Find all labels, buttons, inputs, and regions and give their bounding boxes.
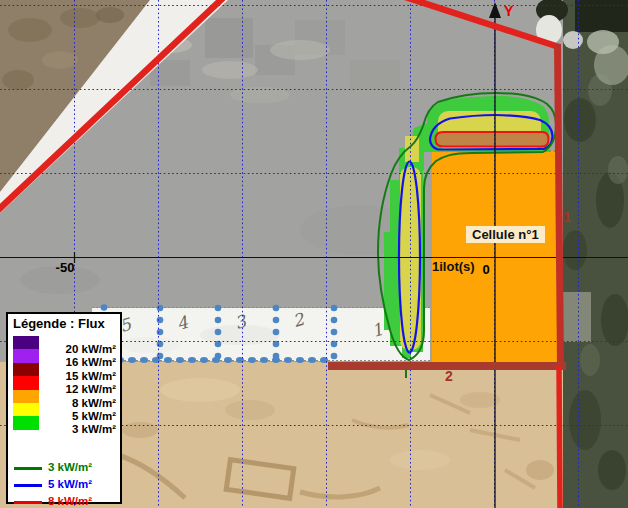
legend-scale-label: 16 kW/m² [42, 356, 116, 368]
boundary-southeast-vertical [559, 366, 560, 508]
legend-scale-label: 5 kW/m² [42, 410, 116, 422]
y-axis-arrowhead [489, 2, 501, 18]
legend-line-label-8kw: 8 kW/m² [48, 495, 92, 507]
face-number-right: 1 [563, 209, 571, 225]
flux-legend-panel: Légende : Flux 20 kW/m² 16 kW/m² 15 kW/m… [6, 312, 122, 504]
legend-scale-label: 12 kW/m² [42, 383, 116, 395]
legend-line-8kw [14, 501, 42, 504]
ilot-count-label: 1ilot(s) [432, 259, 475, 274]
legend-swatch-3 [13, 416, 39, 429]
face-number-bottom: 2 [445, 368, 453, 384]
legend-title: Légende : Flux [13, 316, 105, 331]
legend-line-3kw [14, 467, 42, 470]
legend-swatch-12 [13, 376, 39, 389]
legend-swatch-16 [13, 349, 39, 362]
legend-scale-label: 20 kW/m² [42, 343, 116, 355]
x-tick-label-zero: 0 [478, 262, 494, 277]
flux-map-view: 5 4 3 2 1 [0, 0, 628, 508]
y-axis-label: Y [504, 3, 513, 19]
boundary-east-vertical [558, 44, 561, 366]
legend-line-5kw [14, 484, 42, 487]
legend-line-label-5kw: 5 kW/m² [48, 478, 92, 490]
legend-scale-label: 15 kW/m² [42, 370, 116, 382]
legend-swatch-15 [13, 363, 39, 376]
boundary-diagonal-west [0, 0, 224, 212]
boundary-diagonal-north [405, 0, 559, 47]
x-tick-label-minus50: -50 [50, 260, 80, 275]
legend-swatch-20 [13, 336, 39, 349]
legend-scale-label: 3 kW/m² [42, 423, 116, 435]
legend-line-label-3kw: 3 kW/m² [48, 461, 92, 473]
legend-swatch-8 [13, 390, 39, 403]
legend-scale-label: 8 kW/m² [42, 397, 116, 409]
cell-1-label: Cellule n°1 [466, 226, 545, 243]
legend-swatch-5 [13, 403, 39, 416]
